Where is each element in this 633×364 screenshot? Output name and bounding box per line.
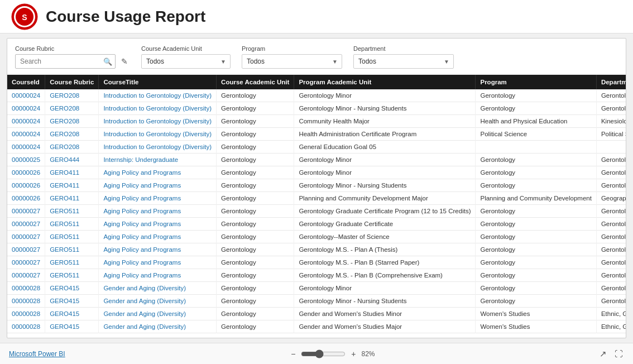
table-cell[interactable]: 00000027: [7, 205, 45, 218]
table-cell[interactable]: Aging Policy and Programs: [99, 218, 217, 231]
table-cell[interactable]: GERO511: [45, 269, 99, 282]
department-select-wrapper: Todos ▼: [353, 54, 454, 69]
footer-bar: Microsoft Power BI − + 82% ↗ ⛶: [0, 343, 633, 364]
table-cell: Women's Studies: [476, 308, 596, 320]
course-academic-unit-select[interactable]: Todos: [141, 54, 231, 69]
search-input[interactable]: [15, 54, 116, 69]
table-cell[interactable]: 00000026: [7, 179, 45, 192]
data-table: CourseId Course Rubric CourseTitle Cours…: [7, 75, 626, 333]
table-cell[interactable]: Gender and Aging (Diversity): [99, 308, 217, 320]
table-cell: Gerontology: [596, 295, 626, 308]
fullscreen-icon-button[interactable]: ⛶: [613, 348, 624, 360]
table-cell[interactable]: GERO208: [45, 115, 99, 128]
table-cell: Gerontology: [596, 218, 626, 231]
table-cell: Gerontology: [476, 282, 596, 295]
edit-icon[interactable]: ✎: [119, 55, 130, 68]
table-cell: Gerontology Minor: [294, 89, 476, 102]
table-cell: Ethnic, Gend...: [596, 308, 626, 320]
table-cell[interactable]: GERO208: [45, 141, 99, 154]
zoom-slider[interactable]: [301, 349, 346, 358]
table-cell[interactable]: Introduction to Gerontology (Diversity): [99, 102, 217, 115]
table-cell: Gerontology: [476, 218, 596, 231]
search-icon[interactable]: 🔍: [103, 58, 112, 66]
table-cell: Kinesiology: [596, 115, 626, 128]
table-cell[interactable]: GERO511: [45, 218, 99, 231]
table-cell[interactable]: Aging Policy and Programs: [99, 205, 217, 218]
table-cell[interactable]: GERO511: [45, 205, 99, 218]
table-cell[interactable]: GERO511: [45, 256, 99, 269]
table-row: 00000027GERO511Aging Policy and Programs…: [7, 231, 626, 243]
table-cell[interactable]: GERO415: [45, 320, 99, 333]
table-cell[interactable]: 00000026: [7, 166, 45, 179]
table-cell[interactable]: Aging Policy and Programs: [99, 269, 217, 282]
table-cell[interactable]: 00000027: [7, 256, 45, 269]
table-cell: Gerontology M.S. - Plan B (Comprehensive…: [294, 269, 476, 282]
share-icon-button[interactable]: ↗: [598, 348, 608, 360]
table-cell: Gerontology: [596, 166, 626, 179]
table-cell[interactable]: 00000026: [7, 192, 45, 205]
table-cell[interactable]: GERO411: [45, 192, 99, 205]
zoom-in-button[interactable]: +: [349, 348, 358, 360]
table-container[interactable]: CourseId Course Rubric CourseTitle Cours…: [7, 75, 626, 338]
program-select[interactable]: Todos: [242, 54, 342, 69]
table-cell[interactable]: GERO208: [45, 89, 99, 102]
table-cell[interactable]: GERO415: [45, 282, 99, 295]
table-cell[interactable]: Introduction to Gerontology (Diversity): [99, 89, 217, 102]
table-cell[interactable]: Aging Policy and Programs: [99, 256, 217, 269]
department-select[interactable]: Todos: [353, 54, 454, 69]
table-cell[interactable]: Aging Policy and Programs: [99, 231, 217, 243]
table-cell[interactable]: Internship: Undergraduate: [99, 154, 217, 166]
table-cell[interactable]: GERO444: [45, 154, 99, 166]
table-cell[interactable]: Aging Policy and Programs: [99, 192, 217, 205]
table-cell[interactable]: Aging Policy and Programs: [99, 166, 217, 179]
table-cell: Gerontology: [217, 320, 294, 333]
zoom-out-button[interactable]: −: [289, 348, 298, 360]
table-cell[interactable]: 00000028: [7, 282, 45, 295]
table-cell[interactable]: GERO208: [45, 128, 99, 141]
table-cell: Gerontology: [596, 154, 626, 166]
table-cell: Gerontology: [596, 243, 626, 256]
table-cell: Gerontology M.S. - Plan A (Thesis): [294, 243, 476, 256]
table-cell[interactable]: Gender and Aging (Diversity): [99, 295, 217, 308]
table-cell: Gerontology: [217, 115, 294, 128]
table-cell[interactable]: GERO411: [45, 166, 99, 179]
table-cell[interactable]: 00000024: [7, 141, 45, 154]
program-label: Program: [242, 45, 342, 52]
table-cell[interactable]: Introduction to Gerontology (Diversity): [99, 141, 217, 154]
table-cell: Gerontology: [217, 179, 294, 192]
table-cell: Health Administration Certificate Progra…: [294, 128, 476, 141]
table-cell[interactable]: 00000024: [7, 115, 45, 128]
table-cell: Gerontology Minor: [294, 166, 476, 179]
table-cell: Health and Physical Education: [476, 115, 596, 128]
table-cell[interactable]: 00000027: [7, 243, 45, 256]
col-header-program-academic-unit: Program Academic Unit: [294, 75, 476, 89]
table-cell[interactable]: 00000028: [7, 308, 45, 320]
table-cell[interactable]: Gender and Aging (Diversity): [99, 282, 217, 295]
table-cell[interactable]: GERO411: [45, 179, 99, 192]
table-cell[interactable]: 00000025: [7, 154, 45, 166]
table-cell[interactable]: 00000024: [7, 102, 45, 115]
table-cell[interactable]: GERO208: [45, 102, 99, 115]
table-cell[interactable]: GERO511: [45, 231, 99, 243]
table-cell[interactable]: 00000024: [7, 128, 45, 141]
table-cell[interactable]: GERO415: [45, 295, 99, 308]
table-cell[interactable]: 00000027: [7, 231, 45, 243]
table-cell[interactable]: 00000028: [7, 320, 45, 333]
table-cell[interactable]: 00000027: [7, 218, 45, 231]
table-cell[interactable]: Aging Policy and Programs: [99, 243, 217, 256]
table-cell[interactable]: 00000027: [7, 269, 45, 282]
table-cell[interactable]: Aging Policy and Programs: [99, 179, 217, 192]
table-cell[interactable]: Introduction to Gerontology (Diversity): [99, 115, 217, 128]
table-cell[interactable]: GERO511: [45, 243, 99, 256]
table-cell[interactable]: Gender and Aging (Diversity): [99, 320, 217, 333]
footer-icons: ↗ ⛶: [598, 348, 624, 360]
table-cell[interactable]: 00000028: [7, 295, 45, 308]
table-header-row: CourseId Course Rubric CourseTitle Cours…: [7, 75, 626, 89]
table-row: 00000028GERO415Gender and Aging (Diversi…: [7, 295, 626, 308]
table-cell[interactable]: GERO415: [45, 308, 99, 320]
powerbi-link[interactable]: Microsoft Power BI: [9, 350, 65, 358]
table-cell: Gerontology Graduate Certificate: [294, 218, 476, 231]
table-cell[interactable]: Introduction to Gerontology (Diversity): [99, 128, 217, 141]
table-row: 00000027GERO511Aging Policy and Programs…: [7, 218, 626, 231]
table-cell[interactable]: 00000024: [7, 89, 45, 102]
